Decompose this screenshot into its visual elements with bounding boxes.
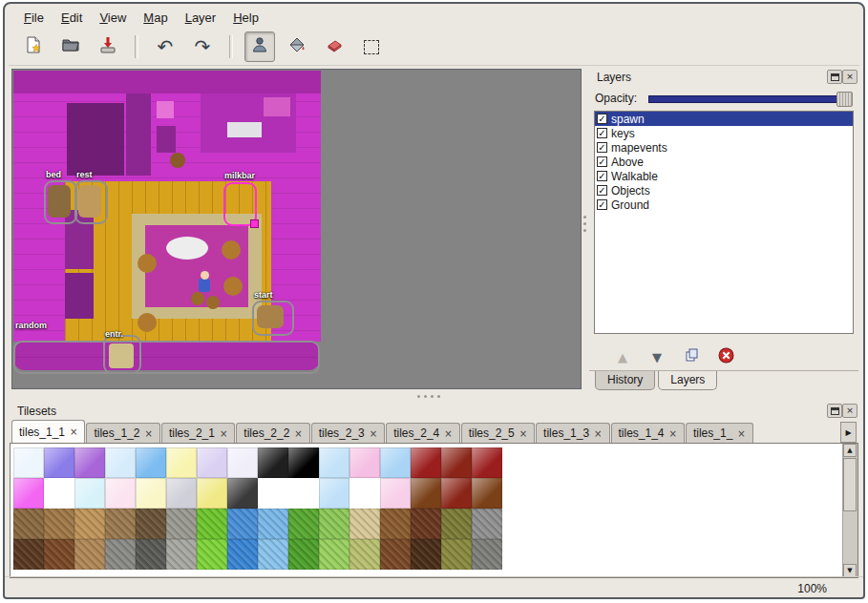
layer-visibility-checkbox[interactable]: ✓ — [597, 128, 607, 138]
tileset-tile[interactable] — [136, 539, 166, 570]
scroll-up-button[interactable]: ▲ — [843, 444, 857, 457]
tileset-tile[interactable] — [105, 478, 136, 509]
tab-close-icon[interactable]: × — [669, 428, 677, 439]
tileset-tab-tiles_1_2[interactable]: tiles_1_2× — [86, 423, 159, 443]
tileset-tile[interactable] — [319, 509, 349, 539]
tileset-tile[interactable] — [258, 478, 288, 509]
tileset-tile[interactable] — [166, 447, 197, 478]
duplicate-layer-button[interactable] — [681, 346, 702, 367]
tileset-tile[interactable] — [227, 539, 258, 570]
scroll-down-button[interactable]: ▼ — [843, 564, 857, 577]
tileset-tile[interactable] — [258, 447, 288, 478]
tab-close-icon[interactable]: × — [70, 426, 77, 437]
tileset-tile[interactable] — [197, 478, 227, 509]
redo-button[interactable]: ↷ — [187, 31, 218, 62]
tileset-tile[interactable] — [349, 478, 380, 509]
horizontal-splitter[interactable] — [10, 391, 858, 401]
map-object-milkbar[interactable] — [223, 182, 257, 226]
layer-row[interactable]: ✓Ground — [595, 198, 853, 212]
map-canvas[interactable]: bedrestmilkbarstartrandomentr. — [13, 71, 321, 372]
tileset-tab-tiles_2_4[interactable]: tiles_2_4× — [386, 423, 459, 443]
tileset-tile[interactable] — [105, 447, 136, 478]
tileset-tile[interactable] — [380, 509, 411, 539]
layer-row[interactable]: ✓Objects — [595, 183, 853, 198]
stamp-brush-button[interactable] — [244, 31, 275, 62]
tab-close-icon[interactable]: × — [370, 428, 377, 439]
tileset-tile[interactable] — [74, 478, 105, 509]
save-map-button[interactable] — [93, 31, 123, 62]
tileset-tile[interactable] — [319, 447, 349, 478]
tileset-tile[interactable] — [44, 539, 74, 570]
menu-item-layer[interactable]: Layer — [178, 8, 224, 28]
tileset-tab-tiles_1_4[interactable]: tiles_1_4× — [611, 423, 685, 443]
float-dock-button[interactable] — [827, 404, 842, 418]
layer-visibility-checkbox[interactable]: ✓ — [597, 142, 607, 153]
close-dock-button[interactable]: × — [842, 404, 857, 418]
vertical-splitter[interactable] — [582, 67, 588, 391]
tileset-tile[interactable] — [441, 539, 472, 570]
tileset-tile[interactable] — [166, 509, 197, 539]
tileset-tile[interactable] — [411, 539, 441, 570]
tileset-tile[interactable] — [441, 478, 472, 509]
opacity-slider-handle[interactable] — [836, 92, 853, 107]
tileset-tile[interactable] — [349, 447, 380, 478]
tab-history[interactable]: History — [595, 371, 655, 390]
tileset-tile[interactable] — [258, 509, 288, 539]
tab-layers[interactable]: Layers — [658, 371, 717, 390]
tileset-tile[interactable] — [44, 447, 74, 478]
layer-row[interactable]: ✓Above — [595, 155, 853, 169]
tileset-tile[interactable] — [74, 539, 105, 570]
tileset-tile[interactable] — [13, 509, 44, 539]
tileset-tile[interactable] — [136, 447, 166, 478]
tileset-tile[interactable] — [288, 478, 319, 509]
tileset-tile[interactable] — [472, 447, 502, 478]
layer-visibility-checkbox[interactable]: ✓ — [597, 171, 607, 181]
tab-close-icon[interactable]: × — [144, 428, 152, 439]
menu-item-help[interactable]: Help — [225, 8, 266, 28]
tileset-tile[interactable] — [441, 509, 472, 539]
undo-button[interactable]: ↶ — [150, 31, 180, 62]
menu-item-map[interactable]: Map — [136, 8, 175, 28]
tileset-tile[interactable] — [472, 539, 502, 570]
tileset-tile[interactable] — [411, 509, 441, 539]
tileset-tile[interactable] — [227, 478, 258, 509]
tileset-tile[interactable] — [258, 539, 288, 570]
tileset-tile[interactable] — [349, 509, 380, 539]
tileset-tab-tiles_1_1[interactable]: tiles_1_1× — [11, 420, 85, 443]
layer-visibility-checkbox[interactable]: ✓ — [597, 156, 607, 167]
tileset-tile[interactable] — [166, 539, 197, 570]
tileset-tile[interactable] — [44, 509, 74, 539]
map-view[interactable]: bedrestmilkbarstartrandomentr. — [11, 69, 582, 389]
tab-close-icon[interactable]: × — [519, 428, 527, 439]
layer-row[interactable]: ✓Walkable — [595, 169, 853, 183]
tileset-tab-tiles_2_3[interactable]: tiles_2_3× — [311, 423, 385, 443]
tileset-tile[interactable] — [472, 509, 502, 539]
tileset-tile[interactable] — [105, 539, 136, 570]
layer-visibility-checkbox[interactable]: ✓ — [597, 114, 607, 124]
delete-layer-button[interactable] — [715, 346, 736, 367]
tab-close-icon[interactable]: × — [594, 428, 602, 439]
opacity-slider[interactable] — [648, 92, 853, 106]
tileset-tile[interactable] — [136, 478, 166, 509]
tileset-tile[interactable] — [319, 539, 349, 570]
map-object-rest[interactable] — [74, 180, 108, 224]
tileset-tile[interactable] — [13, 539, 44, 570]
opacity-slider-track[interactable] — [648, 95, 839, 103]
tab-close-icon[interactable]: × — [737, 428, 745, 439]
tileset-tile[interactable] — [411, 447, 441, 478]
tileset-tile[interactable] — [44, 478, 74, 509]
rectangular-select-button[interactable] — [356, 31, 387, 62]
bucket-fill-button[interactable] — [282, 31, 312, 62]
tab-scroll-right-button[interactable]: ▶ — [840, 422, 857, 443]
tileset-tile[interactable] — [288, 447, 319, 478]
map-object-bed[interactable] — [44, 180, 77, 224]
tab-close-icon[interactable]: × — [220, 428, 227, 439]
float-dock-button[interactable] — [827, 70, 842, 84]
tileset-tile[interactable] — [197, 509, 227, 539]
tab-close-icon[interactable]: × — [294, 428, 302, 439]
tileset-tab-tiles_2_1[interactable]: tiles_2_1× — [161, 423, 235, 443]
tileset-tile[interactable] — [441, 447, 472, 478]
lower-layer-button[interactable]: ▼ — [646, 346, 667, 367]
tileset-tile[interactable] — [319, 478, 349, 509]
tileset-tile[interactable] — [349, 539, 380, 570]
